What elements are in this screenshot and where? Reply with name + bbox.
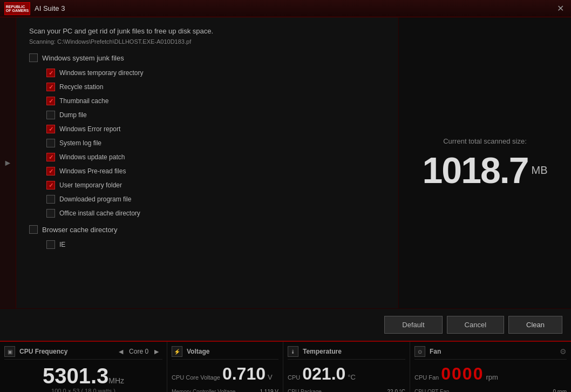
label-downloaded-program-file: Downloaded program file xyxy=(59,195,131,203)
temp-main-unit: °C xyxy=(348,373,356,381)
label-recycle-station: Recycle station xyxy=(59,83,103,91)
list-item: System log file xyxy=(46,137,385,150)
fan-panel: ⊙ Fan ⚙ CPU Fan 0000rpm CPU OPT Fan 0 rp… xyxy=(410,342,571,392)
cpu-core-label: Core 0 xyxy=(129,348,148,355)
list-item: Recycle station xyxy=(46,80,385,93)
temp-main-value: 021.0 xyxy=(302,364,345,384)
fan-panel-title: Fan xyxy=(430,348,441,355)
voltage-rows: Memory Controller Voltage 1.119 V CPU L2… xyxy=(172,388,278,392)
clean-button[interactable]: Clean xyxy=(508,316,562,334)
cancel-button[interactable]: Cancel xyxy=(447,316,504,334)
checkbox-dump-file[interactable] xyxy=(46,111,55,119)
label-system-log-file: System log file xyxy=(59,139,101,147)
voltage-main-row: CPU Core Voltage 0.710V xyxy=(172,363,278,384)
list-item: Windows Error report xyxy=(46,123,385,136)
fan-panel-header: ⊙ Fan ⚙ xyxy=(414,346,567,360)
cpu-panel: ▣ CPU Frequency ◄ Core 0 ► 5301.3MHz 100… xyxy=(0,342,167,392)
close-button[interactable]: ✕ xyxy=(554,2,567,15)
checkbox-recycle-station[interactable] xyxy=(46,83,55,91)
checkbox-windows-pre-read[interactable] xyxy=(46,167,55,175)
browser-cache-list: IE xyxy=(46,238,385,251)
voltage-panel: ⚡ Voltage CPU Core Voltage 0.710V Memory… xyxy=(167,342,283,392)
voltage-panel-header: ⚡ Voltage xyxy=(172,346,278,360)
fan-icon: ⊙ xyxy=(414,346,425,357)
label-thumbnail-cache: Thumbnail cache xyxy=(59,97,108,105)
logo-area: REPUBLICOF GAMERS AI Suite 3 xyxy=(4,2,65,15)
fan-rows: CPU OPT Fan 0 rpm Chassis Fan 1 0 rpm Ch… xyxy=(414,388,567,392)
section-browser-cache: Browser cache directory xyxy=(29,225,385,234)
label-office-install-cache: Office install cache directory xyxy=(59,209,140,217)
label-windows-update-patch: Windows update patch xyxy=(59,153,125,161)
cpu-panel-title: CPU Frequency xyxy=(19,348,67,355)
cpu-panel-header: ▣ CPU Frequency ◄ Core 0 ► xyxy=(4,346,162,360)
cpu-frequency-unit: MHz xyxy=(108,376,124,385)
rog-logo-text: REPUBLICOF GAMERS xyxy=(6,5,29,12)
list-item: User temporary folder xyxy=(46,179,385,192)
section-windows-junk-label: Windows system junk files xyxy=(42,54,124,62)
checkbox-user-temp-folder[interactable] xyxy=(46,181,55,190)
cpu-freq-nav: ◄ Core 0 ► xyxy=(115,346,162,357)
fan-label-0: CPU OPT Fan xyxy=(414,389,449,392)
voltage-panel-title: Voltage xyxy=(187,348,209,355)
cpu-next-core[interactable]: ► xyxy=(151,346,162,357)
checkbox-downloaded-program-file[interactable] xyxy=(46,195,55,204)
section-windows-junk: Windows system junk files xyxy=(29,53,385,62)
label-windows-error-report: Windows Error report xyxy=(59,125,120,133)
checkbox-system-log-file[interactable] xyxy=(46,139,55,147)
temp-val-0: 22.0 °C xyxy=(388,389,405,392)
cpu-prev-core[interactable]: ◄ xyxy=(115,346,127,357)
app-title: AI Suite 3 xyxy=(35,4,65,12)
rog-logo: REPUBLICOF GAMERS xyxy=(4,2,30,15)
temp-icon: 🌡 xyxy=(288,346,298,357)
stats-panel: Current total scanned size: 1018.7 MB xyxy=(398,17,571,308)
cpu-icon: ▣ xyxy=(4,346,15,357)
fan-row-0: CPU OPT Fan 0 rpm xyxy=(414,388,567,392)
scan-panel: Scan your PC and get rid of junk files t… xyxy=(16,17,398,308)
list-item: Thumbnail cache xyxy=(46,94,385,107)
temp-rows: CPU Package 22.0 °C Motherboard 36.0 °C … xyxy=(288,388,405,392)
list-item: Dump file xyxy=(46,109,385,121)
fan-settings-icon[interactable]: ⚙ xyxy=(560,347,567,356)
voltage-row-0: Memory Controller Voltage 1.119 V xyxy=(172,388,278,392)
voltage-main-label: CPU Core Voltage xyxy=(172,374,220,381)
default-button[interactable]: Default xyxy=(384,316,442,334)
bottom-bar: ▣ CPU Frequency ◄ Core 0 ► 5301.3MHz 100… xyxy=(0,341,571,392)
list-item: Office install cache directory xyxy=(46,207,385,220)
sidebar-toggle[interactable]: ► xyxy=(0,17,16,308)
voltage-label-0: Memory Controller Voltage xyxy=(172,389,235,392)
section-browser-cache-checkbox[interactable] xyxy=(29,225,38,234)
fan-main-unit: rpm xyxy=(486,373,498,381)
cpu-detail: 100.0 × 53 ( 18.0 watts ) xyxy=(4,388,162,392)
voltage-main-unit: V xyxy=(268,373,273,381)
label-windows-pre-read: Windows Pre-read files xyxy=(59,167,126,175)
checkbox-thumbnail-cache[interactable] xyxy=(46,97,55,105)
voltage-icon: ⚡ xyxy=(172,346,182,357)
section-windows-junk-checkbox[interactable] xyxy=(29,53,38,62)
label-windows-temp-dir: Windows temporary directory xyxy=(59,69,143,77)
fan-val-0: 0 rpm xyxy=(553,389,567,392)
checkbox-windows-update-patch[interactable] xyxy=(46,153,55,161)
action-bar: Default Cancel Clean xyxy=(0,308,571,341)
checkbox-windows-temp-dir[interactable] xyxy=(46,69,55,77)
checkbox-office-install-cache[interactable] xyxy=(46,209,55,218)
temp-panel-title: Temperature xyxy=(303,348,342,355)
list-item: IE xyxy=(46,238,385,251)
temp-row-0: CPU Package 22.0 °C xyxy=(288,388,405,392)
checkbox-windows-error-report[interactable] xyxy=(46,125,55,133)
fan-main-row: CPU Fan 0000rpm xyxy=(414,363,567,384)
temperature-panel: 🌡 Temperature CPU 021.0°C CPU Package 22… xyxy=(283,342,410,392)
checkbox-ie[interactable] xyxy=(46,240,55,249)
label-dump-file: Dump file xyxy=(59,111,87,119)
list-item: Windows temporary directory xyxy=(46,66,385,79)
temp-label-0: CPU Package xyxy=(288,389,322,392)
temp-main-row: CPU 021.0°C xyxy=(288,363,405,384)
list-item: Windows Pre-read files xyxy=(46,165,385,178)
title-bar: REPUBLICOF GAMERS AI Suite 3 ✕ xyxy=(0,0,571,17)
scan-status: Scanning: C:\Windows\Prefetch\DLLHOST.EX… xyxy=(29,38,385,45)
temp-main-label: CPU xyxy=(288,374,300,381)
cpu-frequency-value: 5301.3 xyxy=(43,364,108,388)
main-area: ► Scan your PC and get rid of junk files… xyxy=(0,17,571,308)
fan-main-value: 0000 xyxy=(441,364,484,384)
scanned-size-row: 1018.7 MB xyxy=(423,152,548,188)
label-ie: IE xyxy=(59,241,65,248)
